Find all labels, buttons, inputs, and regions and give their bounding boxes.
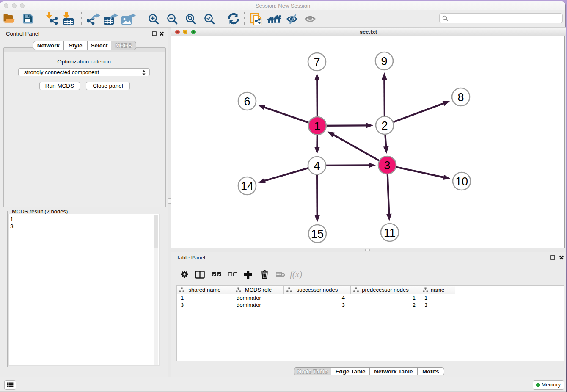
svg-text:11: 11 <box>384 226 396 239</box>
svg-text:1: 1 <box>314 120 320 133</box>
svg-text:3: 3 <box>384 159 390 172</box>
svg-text:9: 9 <box>381 55 387 68</box>
svg-text:8: 8 <box>457 91 464 104</box>
svg-text:15: 15 <box>311 228 324 240</box>
svg-text:7: 7 <box>314 56 320 69</box>
svg-text:14: 14 <box>241 180 253 193</box>
svg-text:10: 10 <box>455 175 468 188</box>
svg-text:6: 6 <box>244 95 250 108</box>
svg-text:2: 2 <box>381 119 388 132</box>
svg-text:4: 4 <box>314 160 320 172</box>
